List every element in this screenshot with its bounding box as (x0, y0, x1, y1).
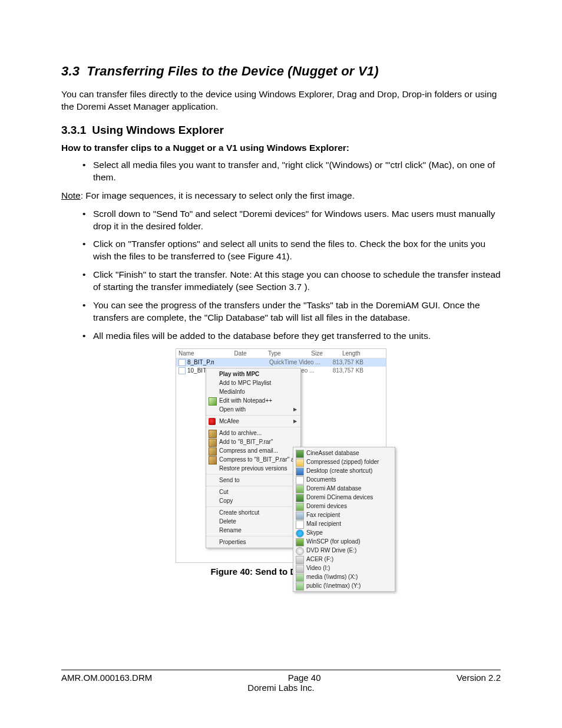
sendto-desktop[interactable]: Desktop (create shortcut) (293, 466, 395, 475)
bullet-list-2: Scroll down to "Send To" and select "Dor… (61, 208, 501, 342)
subsection-heading: 3.3.1Using Windows Explorer (61, 124, 501, 137)
file-icon (178, 367, 186, 374)
file-type: QuickTime Video ... (269, 359, 328, 365)
sendto-doremi-am-db[interactable]: Doremi AM database (293, 484, 395, 493)
database-icon (296, 450, 304, 458)
network-drive-icon (296, 574, 304, 582)
menu-item-play-mpc[interactable]: Play with MPC (206, 370, 300, 378)
list-item: Select all media files you want to trans… (93, 159, 501, 184)
documents-icon (296, 476, 304, 485)
file-icon (178, 359, 186, 366)
header-type[interactable]: Type (268, 350, 292, 357)
mail-icon (296, 521, 304, 529)
sendto-dvd-drive[interactable]: DVD RW Drive (E:) (293, 546, 395, 555)
section-title: Transferring Files to the Device (Nugget… (87, 64, 379, 78)
menu-item-add-rar[interactable]: Add to "8_BIT_P.rar" (206, 437, 300, 446)
list-item: You can see the progress of the transfer… (93, 299, 501, 324)
database-icon (296, 503, 304, 511)
database-icon (296, 494, 304, 502)
menu-item-edit-notepad[interactable]: Edit with Notepad++ (206, 396, 300, 405)
footer-center: Page 40 (288, 673, 321, 683)
list-item: Click on "Transfer options" and select a… (93, 238, 501, 263)
sendto-skype[interactable]: Skype (293, 528, 395, 537)
sendto-zip[interactable]: Compressed (zipped) folder (293, 457, 395, 466)
menu-item-cut[interactable]: Cut (206, 487, 300, 496)
footer-left: AMR.OM.000163.DRM (61, 673, 152, 683)
subsection-number: 3.3.1 (61, 124, 92, 136)
footer-rule (61, 670, 501, 670)
drive-icon (296, 565, 304, 573)
sendto-mail[interactable]: Mail recipient (293, 519, 395, 528)
sendto-cineasset[interactable]: CineAsset database (293, 449, 395, 457)
sendto-documents[interactable]: Documents (293, 475, 395, 484)
menu-item-delete[interactable]: Delete (206, 517, 300, 526)
sendto-fax[interactable]: Fax recipient (293, 510, 395, 519)
figure-caption: Figure 40: Send to Doremi Device (61, 566, 501, 577)
menu-item-send-to[interactable]: Send to▶ (206, 476, 300, 485)
explorer-header: Name Date Type Size Length (176, 349, 386, 358)
file-size: 813,757 KB (328, 359, 363, 365)
folder-icon (296, 459, 304, 467)
bullet-list-1: Select all media files you want to trans… (61, 159, 501, 184)
submenu-arrow-icon: ▶ (293, 407, 297, 412)
network-drive-icon (296, 582, 304, 591)
sendto-acer-drive[interactable]: ACER (F:) (293, 555, 395, 564)
footer-company: Doremi Labs Inc. (61, 683, 501, 693)
skype-icon (296, 529, 304, 538)
header-length[interactable]: Length (342, 350, 384, 357)
note-label: Note (61, 190, 81, 200)
menu-item-compress-email[interactable]: Compress and email... (206, 446, 300, 455)
shield-icon (209, 418, 216, 425)
explorer-screenshot: Name Date Type Size Length 8_BIT_P.mov Q… (176, 348, 386, 563)
list-item: Click "Finish" to start the transfer. No… (93, 269, 501, 294)
subsection-title: Using Windows Explorer (92, 124, 224, 136)
header-size[interactable]: Size (292, 350, 342, 357)
howto-lead: How to transfer clips to a Nugget or a V… (61, 143, 501, 153)
archive-icon (209, 430, 217, 438)
menu-item-mediainfo[interactable]: MediaInfo (206, 387, 300, 396)
menu-item-add-archive[interactable]: Add to archive... (206, 429, 300, 437)
note-paragraph: Note: For image sequences, it is necessa… (61, 190, 501, 202)
sendto-submenu: CineAsset database Compressed (zipped) f… (293, 447, 395, 592)
menu-item-rename[interactable]: Rename (206, 526, 300, 535)
sendto-winscp[interactable]: WinSCP (for upload) (293, 537, 395, 546)
archive-icon (209, 439, 217, 447)
note-text: : For image sequences, it is necessary t… (81, 190, 355, 200)
file-size: 813,757 KB (328, 367, 363, 374)
file-name: 8_BIT_P.mov (187, 359, 214, 365)
menu-item-add-mpc-playlist[interactable]: Add to MPC Playlist (206, 378, 300, 387)
sendto-video-drive[interactable]: Video (I:) (293, 564, 395, 572)
menu-item-mcafee[interactable]: McAfee▶ (206, 417, 300, 426)
section-number: 3.3 (61, 64, 87, 78)
context-menu: Play with MPC Add to MPC Playlist MediaI… (206, 368, 301, 548)
archive-icon (209, 456, 217, 465)
dvd-icon (296, 547, 304, 555)
intro-paragraph: You can transfer files directly to the d… (61, 88, 501, 113)
menu-item-open-with[interactable]: Open with▶ (206, 405, 300, 414)
desktop-icon (296, 467, 304, 476)
winscp-icon (296, 538, 304, 546)
sendto-doremi-devices[interactable]: Doremi devices (293, 502, 395, 510)
sendto-public-net[interactable]: public (\\netmax) (Y:) (293, 581, 395, 590)
header-date[interactable]: Date (213, 350, 268, 357)
footer-right: Version 2.2 (457, 673, 501, 683)
database-icon (296, 485, 304, 493)
list-item: All media files will be added to the dat… (93, 330, 501, 342)
page-footer: AMR.OM.000163.DRM Page 40 Version 2.2 Do… (61, 670, 501, 693)
drive-icon (296, 556, 304, 564)
archive-icon (209, 447, 217, 456)
sendto-media-net[interactable]: media (\\wdms) (X:) (293, 572, 395, 581)
menu-item-create-shortcut[interactable]: Create shortcut (206, 508, 300, 517)
file-row[interactable]: 8_BIT_P.mov QuickTime Video ... 813,757 … (176, 358, 386, 367)
header-name[interactable]: Name (178, 350, 213, 357)
sendto-doremi-dcinema[interactable]: Doremi DCinema devices (293, 493, 395, 502)
submenu-arrow-icon: ▶ (293, 419, 297, 424)
menu-item-restore-versions[interactable]: Restore previous versions (206, 464, 300, 473)
section-heading: 3.3Transferring Files to the Device (Nug… (61, 64, 501, 79)
fax-icon (296, 512, 304, 520)
menu-item-copy[interactable]: Copy (206, 496, 300, 505)
menu-item-properties[interactable]: Properties (206, 538, 300, 546)
notepad-icon (209, 397, 217, 406)
menu-item-compress-rar-email[interactable]: Compress to "8_BIT_P.rar" and email (206, 455, 300, 464)
list-item: Scroll down to "Send To" and select "Dor… (93, 208, 501, 233)
